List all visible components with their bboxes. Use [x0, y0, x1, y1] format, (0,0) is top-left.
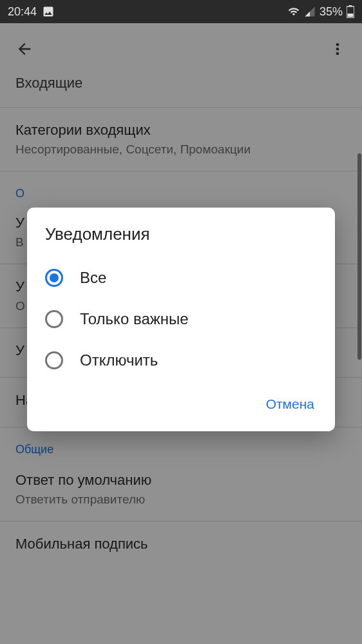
- radio-label: Все: [80, 269, 106, 287]
- wifi-icon: [287, 6, 300, 17]
- svg-rect-1: [349, 5, 352, 6]
- radio-label: Только важные: [80, 310, 189, 328]
- radio-label: Отключить: [80, 351, 158, 369]
- signal-icon: [304, 6, 316, 17]
- radio-icon: [45, 351, 63, 369]
- cancel-button[interactable]: Отмена: [263, 391, 317, 417]
- radio-icon: [45, 269, 63, 287]
- svg-rect-2: [348, 14, 354, 17]
- status-battery-text: 35%: [319, 5, 343, 19]
- radio-option-important[interactable]: Только важные: [27, 298, 335, 340]
- notifications-dialog: Уведомления Все Только важные Отключить …: [27, 208, 335, 431]
- radio-icon: [45, 310, 63, 328]
- dialog-title: Уведомления: [27, 224, 335, 257]
- radio-option-all[interactable]: Все: [27, 257, 335, 298]
- image-icon: [42, 5, 55, 18]
- status-time: 20:44: [8, 5, 37, 19]
- battery-icon: [347, 5, 354, 18]
- status-bar: 20:44 35%: [0, 0, 362, 23]
- dialog-actions: Отмена: [27, 381, 335, 431]
- radio-option-disable[interactable]: Отключить: [27, 340, 335, 381]
